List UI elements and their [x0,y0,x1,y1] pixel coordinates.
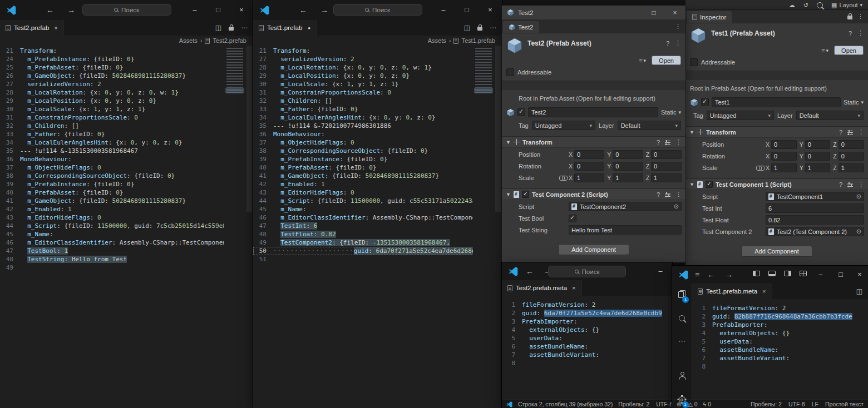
code-line[interactable]: 8 [502,359,664,367]
customize-layout-icon[interactable] [796,271,810,276]
overrides-icon[interactable]: ≡ ▾ [639,57,646,64]
indentation-status[interactable]: Пробелы: 2 [751,401,782,407]
code-line[interactable]: 25 m_PrefabAsset: {fileID: 0} [0,63,245,72]
tag-dropdown[interactable]: Untagged ▾ [707,111,774,120]
back-icon[interactable]: ← [46,6,54,14]
code-line[interactable]: 27 serializedVersion: 2 [253,55,494,63]
code-area[interactable]: 21Transform:27 serializedVersion: 228 m_… [253,46,494,408]
object-picker-icon[interactable]: ⊙ [856,228,861,235]
maximize-button[interactable]: □ [643,6,664,20]
position-y-field[interactable]: 0 [613,150,643,159]
tab-inspector[interactable]: Inspector [687,11,732,23]
gameobject-name-field[interactable]: Test1 [712,97,841,107]
code-line[interactable]: 26 m_GameObject: {fileID: 50284689811152… [0,72,245,80]
test-component1-header[interactable]: ▼ ✓ Test Component 1 (Script) ? ⋮ [685,178,868,190]
forward-icon[interactable]: → [320,6,328,14]
code-line[interactable]: 47 TestInt: 6 [253,222,494,230]
code-line[interactable]: 29 m_LocalPosition: {x: 0, y: 0, z: 0} [0,97,245,105]
rotation-y-field[interactable]: 0 [613,162,643,171]
maximize-button[interactable]: □ [206,6,230,14]
open-button[interactable]: Open [652,56,681,65]
code-line[interactable]: 5 userData: [692,337,860,346]
addressable-checkbox[interactable]: ✓ [506,68,514,76]
minimize-button[interactable]: – [649,267,672,275]
position-x-field[interactable]: 0 [574,150,604,159]
rotation-z-field[interactable]: 0 [839,152,864,161]
layout-dropdown[interactable]: ▦ Layout ▾ [831,2,862,9]
tab-test2-meta[interactable]: Test2.prefab.meta × [502,280,582,296]
editor[interactable]: 1fileFormatVersion: 22guid: 6da70f271a5e… [502,296,672,400]
position-z-field[interactable]: 0 [651,150,682,159]
tab-close-icon[interactable]: × [54,24,57,31]
code-line[interactable]: 8 [692,362,860,371]
titlebar[interactable]: ← → Поиск – [502,262,672,280]
add-component-button[interactable]: Add Component [741,246,812,257]
overrides-icon[interactable]: ≡ ▾ [821,47,828,54]
status-bar[interactable]: Строка 2, столбец 39 (выбрано 32) Пробел… [502,400,672,408]
code-line[interactable]: 42 m_Enabled: 1 [253,180,494,188]
more-icon[interactable]: ⋮ [858,181,864,188]
minimize-button[interactable]: – [183,6,206,14]
code-line[interactable]: 33 m_Father: {fileID: 0} [253,105,494,113]
titlebar[interactable]: ≡ ← → – □ × [672,266,868,283]
code-line[interactable]: 48 TestFloat: 0.82 [253,230,494,238]
forward-icon[interactable]: → [725,270,733,279]
search-box[interactable]: Поиск [548,266,626,277]
presets-icon[interactable] [847,130,853,135]
code-line[interactable]: 32 m_Children: [] [253,97,494,105]
menu-icon[interactable]: ⋮ [857,13,864,20]
tab-test1-meta[interactable]: Test1.prefab.meta × [692,283,772,299]
static-dropdown[interactable]: Static ▾ [844,99,864,106]
code-line[interactable]: 44 m_Script: {fileID: 11500000, guid: 7c… [0,222,245,230]
code-line[interactable]: 2guid: 6da70f271a5e52c4ea7de6d268e0cdb9 [502,309,664,317]
code-area[interactable]: 1fileFormatVersion: 22guid: 6da70f271a5e… [502,296,664,400]
script-object-field[interactable]: TestComponent1 ⊙ [766,192,864,201]
test-component2-header[interactable]: ▼ ✓ Test Component 2 (Script) ? ⋮ [502,188,685,200]
close-button[interactable]: × [664,6,685,20]
link-scale-icon[interactable] [756,166,765,170]
layer-dropdown[interactable]: Default ▾ [796,111,864,120]
split-editor-icon[interactable]: ◫ [215,24,221,32]
account-icon[interactable] [678,372,686,382]
code-line[interactable]: 45 m_Name: [253,205,494,213]
static-dropdown[interactable]: Static ▾ [661,109,681,116]
code-line[interactable]: 7 assetBundleVariant: [692,354,860,362]
active-checkbox[interactable]: ✓ [701,98,709,106]
vertical-scrollbar[interactable] [494,46,502,408]
tag-dropdown[interactable]: Untagged ▾ [532,121,595,130]
cloud-icon[interactable]: ☁ [789,2,795,9]
editor[interactable]: 1fileFormatVersion: 22guid: 82b887f716c9… [692,299,868,400]
scale-z-field[interactable]: 1 [651,173,682,182]
tab-close-icon[interactable]: × [762,288,766,295]
test-component2-object-field[interactable]: Test2 (Test Component 2) ⊙ [766,227,864,236]
code-line[interactable]: 44 m_Script: {fileID: 11500000, guid: c5… [253,197,494,205]
code-line[interactable]: 49 [0,263,245,272]
search-box[interactable]: Поиск [82,4,171,16]
more-views-icon[interactable]: ⋯ [678,337,685,345]
search-box[interactable]: Поиск [333,4,422,16]
code-line[interactable]: 36MonoBehaviour: [0,155,245,163]
toggle-sidebar-icon[interactable] [749,271,763,276]
code-line[interactable]: 28 m_LocalRotation: {x: 0, y: 0, z: 0, w… [253,63,494,72]
code-line[interactable]: 28 m_LocalRotation: {x: 0, y: 0, z: 0, w… [0,88,245,97]
code-line[interactable]: 6 assetBundleName: [502,342,664,351]
lock-icon[interactable] [477,27,482,31]
more-icon[interactable]: ⋮ [675,191,682,198]
code-line[interactable]: 43 m_EditorHideFlags: 0 [0,213,245,222]
code-line[interactable]: 37 m_ObjectHideFlags: 0 [0,163,245,172]
cursor-position[interactable]: Строка 2, столбец 39 (выбрано 32) [518,401,613,407]
eol-status[interactable]: LF [812,401,818,407]
position-y-field[interactable]: 0 [805,140,831,149]
explorer-icon[interactable]: 1 [678,290,685,300]
test-string-field[interactable]: Hello from Test [569,225,682,235]
foldout-icon[interactable]: ▼ [689,182,694,187]
more-icon[interactable]: ⋮ [858,128,864,136]
code-line[interactable]: 45 m_Name: [0,230,245,238]
code-line[interactable]: 3PrefabImporter: [692,321,860,329]
code-line[interactable]: 33 m_Father: {fileID: 0} [0,130,245,138]
encoding-status[interactable]: UTF-8 [788,401,805,407]
help-icon[interactable]: ? [657,139,660,146]
breadcrumb-folder[interactable]: Assets [428,37,446,44]
test-bool-checkbox[interactable]: ✓ [569,215,576,222]
minimize-button[interactable]: – [432,6,455,14]
